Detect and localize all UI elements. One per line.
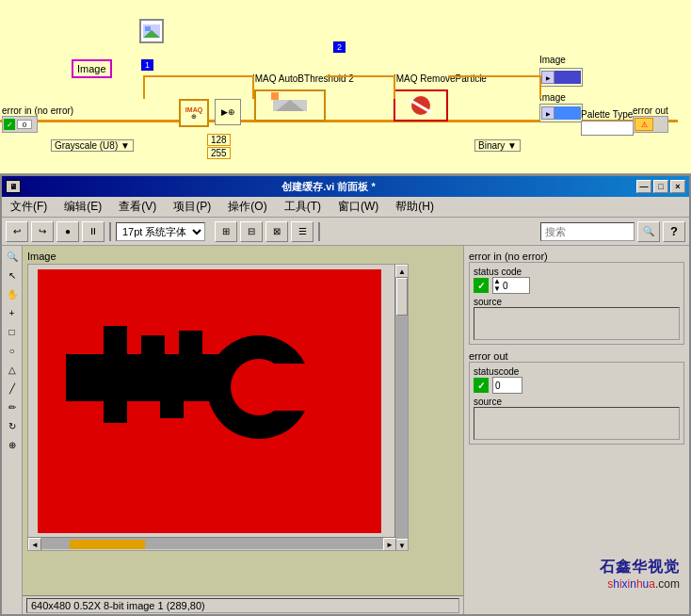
error-in-node: error in (no error) ✓ 0: [2, 105, 73, 133]
scrollbar-horizontal[interactable]: ◄ ►: [28, 537, 396, 550]
error-out-status-value: 0: [493, 378, 522, 393]
line-tool[interactable]: ╱: [4, 380, 21, 397]
svg-rect-14: [104, 399, 127, 423]
redo-button[interactable]: ↪: [31, 221, 54, 242]
toolbar-separator-1: [109, 222, 111, 241]
menu-help[interactable]: 帮助(H): [391, 197, 439, 217]
title-bar: 🖥 创建缓存.vi 前面板 * — □ ×: [2, 176, 689, 197]
wire-h3: [448, 75, 540, 77]
scroll-left-button[interactable]: ◄: [28, 538, 41, 551]
error-in-section: error in (no error) status code ✓ ▲ ▼ 0: [469, 251, 684, 345]
svg-rect-12: [141, 335, 165, 356]
image-canvas: [28, 265, 396, 539]
num1-badge: 1: [141, 59, 153, 71]
watermark: 石鑫华视觉 shixinhua.com: [600, 558, 680, 591]
zoom-tool[interactable]: 🔍: [4, 248, 21, 265]
scroll-down-button[interactable]: ▼: [395, 539, 409, 551]
zoom-area-tool[interactable]: ⊕: [4, 436, 21, 453]
imaq-remove-node: [394, 89, 448, 122]
oval-tool[interactable]: ○: [4, 342, 21, 359]
image-node-top: ▶: [539, 68, 583, 87]
spinner-down[interactable]: ▼: [493, 285, 501, 293]
reorder-button[interactable]: ☰: [291, 221, 313, 242]
crosshair-tool[interactable]: +: [4, 304, 21, 321]
scroll-track-h: [41, 538, 383, 549]
maximize-button[interactable]: □: [653, 180, 668, 193]
resize-button[interactable]: ⊠: [265, 221, 288, 242]
pencil-tool[interactable]: ✏: [4, 398, 21, 415]
pointer-tool[interactable]: ↖: [4, 267, 21, 284]
search-button[interactable]: 🔍: [637, 221, 660, 242]
svg-rect-1: [145, 26, 151, 31]
error-out-status-row: ✓ 0: [474, 377, 680, 394]
align-button[interactable]: ⊞: [215, 221, 237, 242]
error-in-status-value: 0: [501, 278, 529, 293]
error-out-label: error out ⚠: [633, 105, 668, 133]
toolbar-separator-2: [318, 222, 320, 241]
error-in-source-text[interactable]: [474, 307, 680, 340]
watermark-chinese: 石鑫华视觉: [600, 558, 680, 577]
error-out-box: statuscode ✓ 0 source: [469, 362, 684, 445]
error-out-source-text[interactable]: [474, 407, 680, 440]
imaq-autob-node: [254, 89, 326, 122]
back-button[interactable]: ↩: [6, 221, 28, 242]
scroll-thumb-v[interactable]: [396, 278, 408, 316]
search-input[interactable]: [540, 222, 635, 241]
val-128: 128: [207, 134, 231, 146]
scroll-thumb-h[interactable]: [70, 540, 145, 549]
front-panel-window: 🖥 创建缓存.vi 前面板 * — □ × 文件(F) 编辑(E) 查看(V) …: [0, 174, 691, 616]
toolbar: ↩ ↪ ● ⏸ 17pt 系统字体 ⊞ ⊟ ⊠ ☰ 🔍 ?: [2, 218, 689, 246]
rect-tool[interactable]: □: [4, 323, 21, 340]
watermark-url: shixinhua.com: [600, 577, 680, 591]
svg-rect-18: [273, 364, 320, 411]
minimize-button[interactable]: —: [636, 180, 651, 193]
tool-sidebar: 🔍 ↖ ✋ + □ ○ △ ╱ ✏ ↻ ⊕: [2, 246, 23, 614]
menu-operate[interactable]: 操作(O): [223, 197, 271, 217]
menu-view[interactable]: 查看(V): [114, 197, 161, 217]
image-panel-label: Image: [27, 251, 458, 262]
error-in-check: ✓: [474, 278, 489, 293]
key-silhouette: [66, 298, 329, 486]
error-in-source-label: source: [474, 297, 680, 307]
svg-rect-13: [179, 331, 202, 356]
hand-tool[interactable]: ✋: [4, 285, 21, 302]
scrollbar-vertical[interactable]: ▲ ▼: [394, 265, 408, 551]
image-label-mid: Image: [539, 92, 566, 103]
rotate-tool[interactable]: ↻: [4, 417, 21, 434]
status-bar: 640x480 0.52X 8-bit image 1 (289,80): [23, 595, 463, 614]
image-label-top: Image: [539, 55, 566, 65]
image-node-mid: ▶: [539, 104, 583, 122]
grayscale-node: Grayscale (U8) ▼: [51, 139, 134, 152]
scroll-up-button[interactable]: ▲: [395, 265, 409, 278]
pause-button[interactable]: ⏸: [82, 221, 104, 242]
num2-badge: 2: [333, 41, 346, 53]
error-out-title: error out: [469, 350, 684, 362]
untitled-node: Image: [72, 59, 112, 78]
menu-bar: 文件(F) 编辑(E) 查看(V) 项目(P) 操作(O) 工具(T) 窗口(W…: [2, 197, 689, 218]
error-out-check: ✓: [474, 378, 489, 393]
polygon-tool[interactable]: △: [4, 361, 21, 378]
menu-edit[interactable]: 编辑(E): [59, 197, 106, 217]
error-out-source-label: source: [474, 397, 680, 407]
wire-h1: [143, 75, 254, 77]
close-button[interactable]: ×: [670, 180, 685, 193]
menu-window[interactable]: 窗口(W): [333, 197, 383, 217]
svg-rect-15: [160, 399, 184, 418]
imaq-img-icon-top: [139, 19, 164, 43]
system-menu-button[interactable]: 🖥: [6, 180, 21, 193]
menu-file[interactable]: 文件(F): [6, 197, 52, 217]
sub-node-1: ▶⊕: [215, 99, 241, 125]
menu-tools[interactable]: 工具(T): [280, 197, 326, 217]
menu-project[interactable]: 项目(P): [169, 197, 216, 217]
scroll-right-button[interactable]: ►: [383, 538, 396, 551]
help-button[interactable]: ?: [663, 221, 685, 242]
error-in-box: status code ✓ ▲ ▼ 0 source: [469, 262, 684, 345]
wire-v1: [143, 75, 145, 99]
wire-v2: [252, 75, 254, 99]
wire-h2: [326, 75, 395, 77]
error-in-status-row: ✓ ▲ ▼ 0: [474, 277, 680, 294]
distribute-button[interactable]: ⊟: [240, 221, 263, 242]
run-button[interactable]: ●: [56, 221, 79, 242]
block-diagram: Image 1 2 error in (no error) ✓ 0 IMAQ ⊕…: [0, 0, 691, 174]
font-select[interactable]: 17pt 系统字体: [116, 222, 205, 241]
